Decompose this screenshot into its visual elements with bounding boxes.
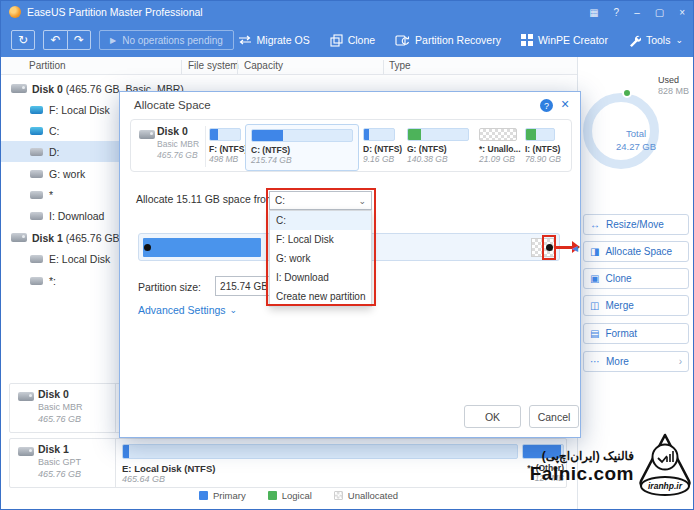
titlebar: EaseUS Partition Master Professional ▦ ?… — [1, 1, 693, 23]
disk1-map-row[interactable]: Disk 1 Basic GPT 465.76 GB E: Local Disk… — [9, 438, 567, 488]
partition-recovery-label: Partition Recovery — [415, 34, 501, 46]
partition-size: 465.64 GB — [122, 474, 518, 484]
option-g[interactable]: G: work — [270, 249, 371, 268]
legend-logical: Logical — [282, 490, 312, 501]
redo-button[interactable]: ↷ — [67, 30, 91, 50]
strip-partition-i[interactable]: I: (NTFS) 78.90 GB — [525, 128, 559, 170]
advanced-settings-link[interactable]: Advanced Settings ⌄ — [138, 304, 237, 316]
iranhp-logo: iranhp.ir — [637, 431, 693, 503]
migrate-os-label: Migrate OS — [257, 34, 310, 46]
partition-icon — [30, 277, 43, 285]
column-file-system[interactable]: File system — [188, 60, 239, 71]
partition-label: *: — [49, 275, 56, 287]
disk0-name: Disk 0 — [38, 388, 69, 400]
clone-button[interactable]: Clone — [330, 34, 375, 47]
migrate-os-button[interactable]: Migrate OS — [238, 34, 310, 46]
clone-side-button[interactable]: ▣ Clone — [583, 268, 689, 289]
option-c[interactable]: C: — [270, 211, 371, 230]
dialog-help-icon[interactable]: ? — [540, 99, 553, 112]
option-f[interactable]: F: Local Disk — [270, 230, 371, 249]
partition-recovery-button[interactable]: Partition Recovery — [395, 34, 501, 47]
strip-disk-type: Basic MBR — [157, 139, 199, 149]
refresh-button[interactable]: ↻ — [11, 30, 35, 50]
target-partition-select[interactable]: C: ⌄ — [269, 191, 372, 210]
unallocated-swatch — [334, 491, 343, 500]
clone-label: Clone — [348, 34, 375, 46]
disk1-size: 465.76 GB — [38, 469, 81, 479]
minimize-icon[interactable]: – — [634, 7, 640, 18]
pending-operations-button[interactable]: ▶ No operations pending — [99, 30, 234, 50]
disk1-label: Disk 1 — [32, 232, 63, 244]
allocate-space-icon: ◨ — [590, 246, 599, 257]
ok-button[interactable]: OK — [464, 405, 521, 428]
more-button[interactable]: ⋯ More › — [583, 351, 689, 372]
select-value: C: — [275, 195, 285, 206]
legend-primary: Primary — [213, 490, 246, 501]
tools-icon — [628, 34, 641, 47]
partition-icon — [30, 255, 43, 263]
partition-label: C: — [49, 125, 60, 137]
slider-left-handle[interactable] — [144, 244, 151, 251]
allocate-space-label: Allocate Space — [605, 246, 672, 257]
disk-icon — [139, 130, 155, 139]
strip-partition-unallocated[interactable]: *: Unallo... 21.09 GB — [479, 128, 519, 170]
disk-icon — [11, 84, 27, 93]
option-create[interactable]: Create new partition — [270, 287, 371, 306]
help-icon[interactable]: ? — [614, 7, 620, 18]
resize-move-button[interactable]: ↔ Resize/Move — [583, 214, 689, 235]
merge-icon: ◫ — [590, 300, 599, 311]
pending-operations-label: No operations pending — [122, 35, 223, 46]
column-type[interactable]: Type — [389, 60, 411, 71]
merge-button[interactable]: ◫ Merge — [583, 295, 689, 316]
iranhp-logo-text: iranhp.ir — [648, 481, 683, 491]
partition-icon — [30, 106, 43, 114]
disk1-info: Disk 1 Basic GPT 465.76 GB — [10, 439, 116, 487]
slider-fill — [143, 238, 261, 257]
grid-icon[interactable]: ▦ — [589, 7, 598, 18]
used-space-label: Used 828 MB — [658, 75, 689, 97]
partition-icon — [30, 212, 43, 220]
partition-size-input[interactable]: 215.74 GB — [215, 276, 273, 296]
advanced-settings-label: Advanced Settings — [138, 304, 226, 316]
disk-icon — [11, 233, 27, 242]
option-i[interactable]: I: Download — [270, 268, 371, 287]
maximize-icon[interactable]: ▢ — [655, 7, 664, 18]
disk0-info: Disk 0 Basic MBR 465.76 GB — [10, 384, 116, 432]
strip-disk-size: 465.76 GB — [157, 150, 198, 160]
watermark-site-text: Falnic.com — [529, 463, 634, 485]
partition-label: F: Local Disk — [49, 104, 110, 116]
dialog-close-icon[interactable]: × — [561, 96, 569, 112]
undo-button[interactable]: ↶ — [43, 30, 67, 50]
chevron-down-icon: ⌄ — [675, 35, 683, 45]
partition-label: G: work — [49, 168, 85, 180]
primary-swatch — [199, 491, 208, 500]
strip-partition-g[interactable]: G: (NTFS) 140.38 GB — [407, 128, 473, 170]
column-partition[interactable]: Partition — [29, 60, 66, 71]
merge-label: Merge — [605, 300, 633, 311]
format-button[interactable]: ▤ Format — [583, 323, 689, 344]
partition-icon — [30, 170, 43, 178]
partition-recovery-icon — [395, 34, 410, 47]
refresh-icon: ↻ — [18, 33, 28, 47]
strip-partition-c-selected[interactable]: C: (NTFS) 215.74 GB — [245, 124, 359, 171]
winpe-creator-button[interactable]: WinPE Creator — [521, 34, 608, 46]
disk0-label: Disk 0 — [32, 83, 63, 95]
strip-partition-f[interactable]: F: (NTFS) 498 MB — [209, 128, 243, 170]
allocate-space-button[interactable]: ◨ Allocate Space — [583, 241, 689, 262]
migrate-os-icon — [238, 34, 252, 46]
disk1-partition-e[interactable]: E: Local Disk (NTFS) 465.64 GB — [122, 444, 518, 484]
disk0-type: Basic MBR — [38, 402, 83, 412]
logical-swatch — [268, 491, 277, 500]
chevron-down-icon: ⌄ — [230, 305, 238, 315]
disk0-size: 465.76 GB — [38, 414, 81, 424]
column-capacity[interactable]: Capacity — [244, 60, 283, 71]
partition-icon — [30, 127, 43, 135]
dialog-title: Allocate Space — [134, 99, 211, 111]
tools-button[interactable]: Tools ⌄ — [628, 34, 683, 47]
close-icon[interactable]: × — [679, 7, 685, 18]
allocate-space-dialog: Allocate Space ? × Disk 0 Basic MBR 465.… — [119, 91, 581, 438]
partition-label: E: Local Disk — [49, 253, 110, 265]
disk1-type: Basic GPT — [38, 457, 81, 467]
strip-partition-d[interactable]: D: (NTFS) 9.16 GB — [363, 128, 399, 170]
sidebar-collapse-icon[interactable]: ◂ — [572, 241, 578, 255]
